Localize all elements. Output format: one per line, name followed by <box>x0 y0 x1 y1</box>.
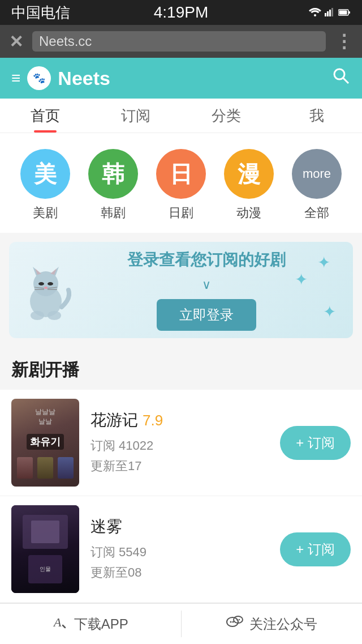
show-info-huayuji: 花游记 7.9 订阅 41022 更新至17 <box>90 410 269 475</box>
download-icon: A <box>53 614 68 634</box>
svg-point-24 <box>48 311 61 320</box>
download-app-label: 下载APP <box>74 615 128 633</box>
poster-miyun[interactable]: 인물 <box>11 505 79 593</box>
svg-point-23 <box>31 311 44 320</box>
svg-point-0 <box>314 14 316 16</box>
status-icons <box>309 6 351 19</box>
category-us[interactable]: 美 美剧 <box>20 149 70 221</box>
cat-kr-label: 韩剧 <box>101 204 126 221</box>
hamburger-icon[interactable]: ≡ <box>11 70 20 86</box>
svg-rect-3 <box>329 10 331 16</box>
nav-tabs: 首页 订阅 分类 我 <box>0 99 362 133</box>
status-bar: 中国电信 4:19PM <box>0 0 362 25</box>
app-logo: 🐾 <box>27 66 51 90</box>
show-name-huayuji: 花游记 7.9 <box>90 410 269 431</box>
show-meta-miyun: 订阅 5549 更新至08 <box>90 542 269 582</box>
category-kr[interactable]: 韩 韩剧 <box>88 149 138 221</box>
svg-text:A: A <box>53 615 62 629</box>
browser-menu-button[interactable]: ⋮ <box>335 31 353 52</box>
svg-point-8 <box>334 69 344 79</box>
poster-huayuji[interactable]: 날날날날날 화유기 <box>11 399 79 487</box>
logo-emoji: 🐾 <box>33 72 45 84</box>
svg-point-27 <box>230 621 232 623</box>
cat-all-label: 全部 <box>304 204 329 221</box>
show-list: 날날날날날 화유기 花游记 7.9 订阅 41022 更新至17 + <box>0 390 362 603</box>
svg-point-18 <box>44 287 48 289</box>
svg-point-31 <box>239 619 240 620</box>
signal-icon <box>325 6 335 19</box>
svg-rect-4 <box>331 8 333 16</box>
time-label: 4:19PM <box>154 3 209 22</box>
category-all[interactable]: more 全部 <box>292 149 342 221</box>
svg-point-17 <box>48 282 53 285</box>
new-shows-title: 新剧开播 <box>0 347 362 390</box>
carrier-label: 中国电信 <box>11 3 70 23</box>
svg-rect-7 <box>339 10 347 14</box>
show-meta-huayuji: 订阅 41022 更新至17 <box>90 436 269 475</box>
header-left: ≡ 🐾 Neets <box>11 66 110 90</box>
sparkle-icon-3: ✦ <box>323 302 336 321</box>
banner-content: 登录查看您订阅的好剧 ∨ 立即登录 <box>71 249 342 331</box>
banner-arrow: ∨ <box>202 278 211 292</box>
browser-bar: ✕ Neets.cc ⋮ <box>0 25 362 58</box>
browser-url-bar[interactable]: Neets.cc <box>32 31 326 52</box>
tab-home[interactable]: 首页 <box>0 99 90 133</box>
cat-us-label: 美剧 <box>33 204 58 221</box>
banner-text: 登录查看您订阅的好剧 <box>127 249 286 271</box>
sparkle-icon-2: ✦ <box>295 270 308 289</box>
svg-rect-6 <box>348 11 350 14</box>
subscribe-button-huayuji[interactable]: + 订阅 <box>280 426 351 460</box>
tab-subscribe[interactable]: 订阅 <box>90 99 181 133</box>
login-button[interactable]: 立即登录 <box>157 299 256 331</box>
show-info-miyun: 迷雾 订阅 5549 更新至08 <box>90 516 269 582</box>
cat-illustration <box>20 259 71 321</box>
category-section: 美 美剧 韩 韩剧 日 日剧 漫 动漫 more 全部 <box>0 133 362 233</box>
show-item-huayuji: 날날날날날 화유기 花游记 7.9 订阅 41022 更新至17 + <box>0 390 362 496</box>
tab-category[interactable]: 分类 <box>181 99 272 133</box>
download-app-button[interactable]: A 下载APP <box>0 604 181 644</box>
app-name: Neets <box>58 67 110 89</box>
cat-jp-circle: 日 <box>156 149 206 199</box>
follow-wechat-label: 关注公众号 <box>249 615 317 633</box>
svg-point-30 <box>236 619 238 620</box>
app-header: ≡ 🐾 Neets <box>0 58 362 99</box>
cat-anime-label: 动漫 <box>236 204 261 221</box>
cat-kr-circle: 韩 <box>88 149 138 199</box>
svg-rect-1 <box>325 13 326 16</box>
wechat-icon <box>226 614 244 634</box>
login-banner: 登录查看您订阅的好剧 ∨ 立即登录 ✦ ✦ ✦ <box>9 242 353 338</box>
category-jp[interactable]: 日 日剧 <box>156 149 206 221</box>
sparkle-icon-1: ✦ <box>317 253 330 272</box>
follow-wechat-button[interactable]: 关注公众号 <box>182 604 363 644</box>
show-name-miyun: 迷雾 <box>90 516 269 538</box>
bottom-bar: A 下载APP 关注公众号 <box>0 603 362 644</box>
cat-jp-label: 日剧 <box>169 204 193 221</box>
subscribe-button-miyun[interactable]: + 订阅 <box>280 532 351 566</box>
search-button[interactable] <box>331 66 351 90</box>
wifi-icon <box>309 6 321 19</box>
cat-all-circle: more <box>292 149 342 199</box>
tab-me[interactable]: 我 <box>272 99 362 133</box>
svg-line-9 <box>343 78 348 83</box>
svg-rect-2 <box>327 11 329 16</box>
browser-close-button[interactable]: ✕ <box>9 32 23 52</box>
battery-icon <box>338 6 351 19</box>
category-anime[interactable]: 漫 动漫 <box>224 149 274 221</box>
cat-us-circle: 美 <box>20 149 70 199</box>
show-item-miyun: 인물 迷雾 订阅 5549 更新至08 + 订阅 <box>0 496 362 603</box>
cat-anime-circle: 漫 <box>224 149 274 199</box>
svg-point-16 <box>38 282 44 285</box>
